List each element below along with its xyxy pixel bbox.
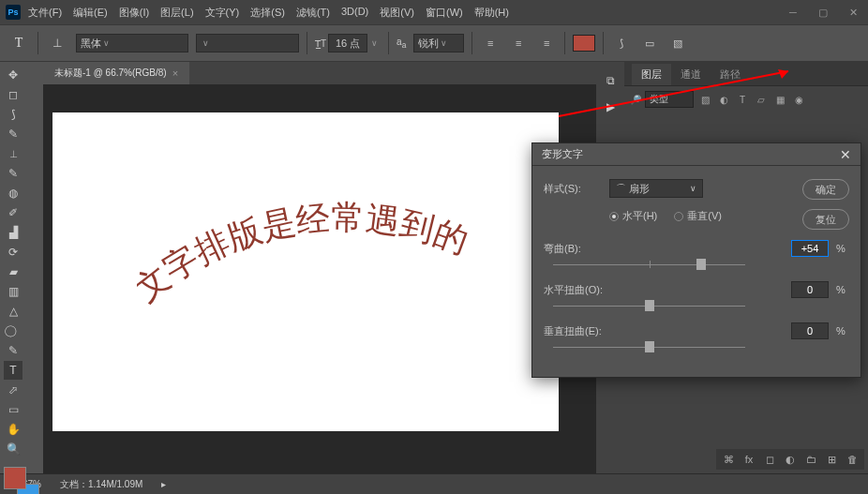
type-tool[interactable]: T <box>4 361 22 380</box>
quick-select-tool[interactable]: ✎ <box>4 125 22 143</box>
dodge-tool[interactable]: ⃝ <box>4 322 22 340</box>
toolbox: ✥ ◻ ⟆ ✎ ⟂ ✎ ◍ ✐ ▟ ⟳ ▰ ▥ △ ⃝ ✎ T ⬀ ▭ ✋ 🔍 … <box>0 62 43 473</box>
move-tool[interactable]: ✥ <box>4 66 22 84</box>
canvas[interactable]: 文字排版是经常遇到的 <box>52 112 559 431</box>
hand-tool[interactable]: ✋ <box>4 420 22 439</box>
history-panel-icon[interactable]: ⧉ <box>601 71 620 90</box>
warp-style-select[interactable]: ⌒ 扇形 <box>609 179 703 198</box>
menu-file[interactable]: 文件(F) <box>28 6 62 20</box>
bend-label: 弯曲(B): <box>544 242 623 256</box>
warp-text-dialog: 变形文字 ✕ 样式(S): ⌒ 扇形 水平(H) 垂直(V) 弯曲(B): +5… <box>531 142 861 378</box>
vdistort-slider[interactable] <box>553 345 745 349</box>
filter-shape-icon[interactable]: ▱ <box>754 92 769 107</box>
menu-3d[interactable]: 3D(D) <box>341 6 368 20</box>
history-brush-tool[interactable]: ⟳ <box>4 243 22 262</box>
menu-view[interactable]: 视图(V) <box>380 6 414 20</box>
tab-channels[interactable]: 通道 <box>671 64 711 85</box>
font-style-select[interactable]: ∨ <box>196 34 299 52</box>
link-layers-icon[interactable]: ⌘ <box>720 451 737 468</box>
eyedropper-tool[interactable]: ✎ <box>4 164 22 183</box>
orientation-icon[interactable]: ⊥ <box>46 32 68 54</box>
doc-size[interactable]: 文档：1.14M/1.09M <box>60 478 142 491</box>
group-icon[interactable]: 🗀 <box>802 451 819 468</box>
minimize-button[interactable]: ─ <box>778 0 808 24</box>
filter-type-icon[interactable]: T <box>735 92 750 107</box>
filter-smart-icon[interactable]: ▦ <box>772 92 787 107</box>
search-icon: 🔎 <box>630 95 641 105</box>
maximize-button[interactable]: ▢ <box>808 0 838 24</box>
mask-icon[interactable]: ◻ <box>761 451 778 468</box>
bend-input[interactable]: +54 <box>791 240 829 257</box>
hdistort-label: 水平扭曲(O): <box>544 283 623 297</box>
menu-edit[interactable]: 编辑(E) <box>73 6 108 20</box>
app-logo: Ps <box>6 5 21 20</box>
close-button[interactable]: ✕ <box>838 0 868 24</box>
color-swatches[interactable] <box>4 467 39 494</box>
kind-filter[interactable]: 类型 <box>645 91 694 108</box>
zoom-tool[interactable]: 🔍 <box>4 440 22 458</box>
new-layer-icon[interactable]: ⊞ <box>823 451 840 468</box>
filter-adjust-icon[interactable]: ◐ <box>716 92 731 107</box>
char-panel-button[interactable]: ▭ <box>639 34 660 52</box>
hdistort-input[interactable]: 0 <box>791 281 829 298</box>
adjustment-icon[interactable]: ◐ <box>782 451 799 468</box>
menu-select[interactable]: 选择(S) <box>250 6 285 20</box>
menu-type[interactable]: 文字(Y) <box>205 6 240 20</box>
align-right-icon[interactable]: ≡ <box>536 34 557 52</box>
shape-tool[interactable]: ▭ <box>4 400 22 419</box>
gradient-tool[interactable]: ▥ <box>4 282 22 301</box>
dialog-close-icon[interactable]: ✕ <box>840 147 851 162</box>
foreground-color[interactable] <box>4 467 26 489</box>
pct-label: % <box>836 243 849 254</box>
tab-layers[interactable]: 图层 <box>632 64 671 85</box>
play-icon[interactable]: ▶ <box>601 97 620 116</box>
layer-filter-row: 🔎 类型 ▧ ◐ T ▱ ▦ ◉ <box>624 86 868 112</box>
menu-filter[interactable]: 滤镜(T) <box>296 6 330 20</box>
vertical-radio[interactable]: 垂直(V) <box>674 209 722 223</box>
text-color-swatch[interactable] <box>573 35 595 52</box>
brush-tool[interactable]: ✐ <box>4 203 22 222</box>
lasso-tool[interactable]: ⟆ <box>4 105 22 124</box>
filter-toggle-icon[interactable]: ◉ <box>791 92 806 107</box>
fx-icon[interactable]: fx <box>741 451 757 468</box>
menu-help[interactable]: 帮助(H) <box>474 6 509 20</box>
dialog-title: 变形文字 <box>542 147 583 161</box>
antialias-select[interactable]: 锐利∨ <box>413 34 464 52</box>
tab-close-icon[interactable]: × <box>172 67 178 79</box>
horizontal-radio[interactable]: 水平(H) <box>609 209 657 223</box>
reset-button[interactable]: 复位 <box>802 209 849 230</box>
ok-button[interactable]: 确定 <box>802 179 849 200</box>
font-size-icon: T̲T <box>315 38 326 49</box>
blur-tool[interactable]: △ <box>4 302 22 321</box>
eraser-tool[interactable]: ▰ <box>4 262 22 281</box>
pen-tool[interactable]: ✎ <box>4 341 22 360</box>
hdistort-slider[interactable] <box>553 304 745 307</box>
trash-icon[interactable]: 🗑 <box>844 451 861 468</box>
tool-preset-icon[interactable]: T <box>7 32 30 54</box>
status-chevron-icon[interactable]: ▸ <box>161 479 166 489</box>
path-select-tool[interactable]: ⬀ <box>4 381 22 399</box>
font-size-input[interactable]: 16 点 <box>328 34 367 52</box>
vdistort-input[interactable]: 0 <box>791 322 829 339</box>
tab-paths[interactable]: 路径 <box>711 64 750 85</box>
titlebar: Ps 文件(F) 编辑(E) 图像(I) 图层(L) 文字(Y) 选择(S) 滤… <box>0 0 868 24</box>
3d-button[interactable]: ▧ <box>667 34 688 52</box>
filter-image-icon[interactable]: ▧ <box>697 92 712 107</box>
layer-panel-footer: ⌘ fx ◻ ◐ 🗀 ⊞ 🗑 <box>716 449 864 470</box>
crop-tool[interactable]: ⟂ <box>4 144 22 163</box>
warp-text-button[interactable]: ⟆ <box>611 34 632 52</box>
warped-text[interactable]: 文字排版是经常遇到的 <box>137 139 549 326</box>
align-left-icon[interactable]: ≡ <box>480 34 501 52</box>
bend-slider[interactable] <box>553 262 745 266</box>
font-family-select[interactable]: 黑体∨ <box>76 34 188 52</box>
menu-image[interactable]: 图像(I) <box>119 6 149 20</box>
canvas-area: 未标题-1 @ 66.7%(RGB/8) × 文字排版是经常遇到的 <box>43 62 596 473</box>
align-center-icon[interactable]: ≡ <box>508 34 529 52</box>
document-tab[interactable]: 未标题-1 @ 66.7%(RGB/8) × <box>43 62 189 84</box>
vdistort-label: 垂直扭曲(E): <box>544 324 623 338</box>
clone-stamp-tool[interactable]: ▟ <box>4 223 22 242</box>
spot-heal-tool[interactable]: ◍ <box>4 184 22 202</box>
menu-window[interactable]: 窗口(W) <box>426 6 463 20</box>
menu-layer[interactable]: 图层(L) <box>160 6 193 20</box>
marquee-tool[interactable]: ◻ <box>4 85 22 104</box>
